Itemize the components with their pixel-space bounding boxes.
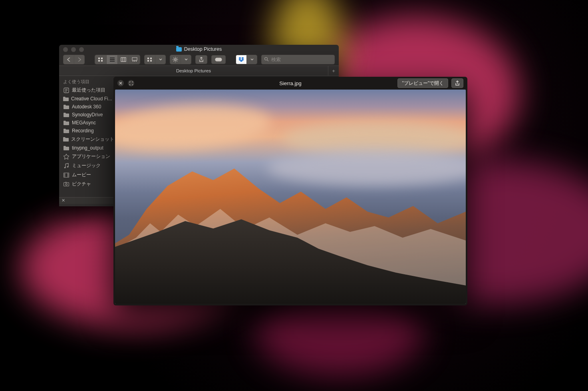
share-button[interactable] <box>195 55 207 64</box>
open-with-preview-label: "プレビュー"で開く <box>402 80 444 87</box>
sidebar-item-screenshots[interactable]: スクリーンショット <box>59 135 115 144</box>
forward-button[interactable] <box>74 55 84 64</box>
svg-point-39 <box>64 167 66 168</box>
quicklook-fullscreen-button[interactable] <box>128 80 134 86</box>
svg-marker-29 <box>241 57 244 59</box>
view-mode-segment <box>95 55 140 64</box>
list-view-button[interactable] <box>106 55 117 64</box>
svg-rect-48 <box>64 183 69 186</box>
pathbar-close-button[interactable]: ✕ <box>62 198 65 203</box>
sidebar-item-creative-cloud[interactable]: Creative Cloud Fi... <box>59 95 115 103</box>
quicklook-close-button[interactable] <box>117 80 124 86</box>
new-tab-button[interactable]: ＋ <box>328 66 339 76</box>
svg-point-18 <box>175 59 176 60</box>
gallery-view-button[interactable] <box>129 55 140 64</box>
svg-rect-2 <box>98 60 100 62</box>
svg-rect-15 <box>150 58 152 59</box>
sidebar-item-recording[interactable]: Recording <box>59 127 115 135</box>
applications-icon <box>63 154 70 160</box>
sidebar-item-label: ピクチャ <box>72 181 91 188</box>
icon-view-button[interactable] <box>95 55 106 64</box>
sidebar-item-movies[interactable]: ムービー <box>59 170 115 180</box>
music-icon <box>63 163 70 169</box>
finder-tabbar: Desktop Pictures ＋ <box>59 66 339 76</box>
finder-sidebar: よく使う項目 最近使った項目 Creative Cloud Fi... Auto… <box>59 76 115 206</box>
svg-rect-3 <box>101 60 103 62</box>
search-field[interactable] <box>261 55 335 64</box>
dropbox-chevron[interactable] <box>246 55 257 64</box>
folder-icon <box>63 97 69 101</box>
window-title: Desktop Pictures <box>176 46 222 52</box>
svg-rect-10 <box>132 58 137 60</box>
folder-icon <box>63 113 70 117</box>
quicklook-window-controls <box>117 80 134 86</box>
sidebar-item-tinypng-output[interactable]: tinypng_output <box>59 144 115 152</box>
svg-rect-50 <box>66 182 67 183</box>
finder-titlebar[interactable]: Desktop Pictures <box>59 45 339 54</box>
window-controls <box>63 47 84 52</box>
svg-rect-16 <box>147 60 149 62</box>
svg-rect-13 <box>136 61 137 62</box>
action-chevron[interactable] <box>181 55 191 64</box>
back-button[interactable] <box>64 55 74 64</box>
quicklook-titlebar[interactable]: Sierra.jpg "プレビュー"で開く <box>113 77 467 90</box>
arrange-button[interactable] <box>145 55 155 64</box>
folder-icon <box>176 47 182 52</box>
search-icon <box>264 57 269 63</box>
svg-rect-7 <box>121 58 126 62</box>
svg-point-49 <box>66 184 68 186</box>
dropbox-menu[interactable] <box>236 55 257 64</box>
action-gear-button[interactable] <box>170 55 181 64</box>
sidebar-item-pictures[interactable]: ピクチャ <box>59 180 115 189</box>
tags-button[interactable] <box>211 55 226 64</box>
sidebar-item-label: Autodesk 360 <box>72 104 101 110</box>
folder-icon <box>63 105 70 109</box>
svg-line-23 <box>173 58 174 58</box>
svg-line-25 <box>177 58 177 58</box>
svg-rect-14 <box>147 58 149 59</box>
svg-rect-41 <box>64 173 69 177</box>
finder-tab[interactable]: Desktop Pictures <box>59 68 328 73</box>
sidebar-item-label: Recording <box>72 128 94 134</box>
dropbox-button[interactable] <box>236 55 246 64</box>
svg-point-33 <box>265 57 268 60</box>
minimize-button[interactable] <box>71 47 76 52</box>
sidebar-item-applications[interactable]: アプリケーション <box>59 152 115 161</box>
movie-icon <box>63 173 70 178</box>
arrange-menu[interactable] <box>144 55 166 64</box>
finder-toolbar <box>59 54 339 66</box>
sidebar-item-label: Creative Cloud Fi... <box>71 96 112 102</box>
close-button[interactable] <box>63 47 68 52</box>
search-input[interactable] <box>270 56 332 63</box>
svg-rect-11 <box>133 61 133 62</box>
svg-rect-0 <box>98 58 100 59</box>
sidebar-item-label: スクリーンショット <box>71 136 114 143</box>
quicklook-share-button[interactable] <box>451 78 463 88</box>
folder-icon <box>63 137 69 142</box>
svg-line-24 <box>177 61 177 62</box>
sidebar-item-label: アプリケーション <box>72 153 110 160</box>
zoom-button[interactable] <box>79 47 84 52</box>
folder-icon <box>63 146 70 150</box>
sidebar-item-label: tinypng_output <box>72 145 103 151</box>
svg-rect-1 <box>101 58 103 59</box>
sidebar-item-music[interactable]: ミュージック <box>59 161 115 170</box>
sidebar-item-label: SynologyDrive <box>72 112 103 118</box>
svg-rect-27 <box>215 58 222 62</box>
sidebar-item-autodesk360[interactable]: Autodesk 360 <box>59 103 115 111</box>
sidebar-item-label: MEGAsync <box>72 120 96 126</box>
column-view-button[interactable] <box>117 55 129 64</box>
sidebar-item-synologydrive[interactable]: SynologyDrive <box>59 111 115 119</box>
window-title-text: Desktop Pictures <box>184 46 222 52</box>
sidebar-item-megasync[interactable]: MEGAsync <box>59 119 115 127</box>
open-with-preview-button[interactable]: "プレビュー"で開く <box>397 78 448 88</box>
svg-rect-12 <box>134 61 135 62</box>
arrange-chevron[interactable] <box>155 55 165 64</box>
quicklook-window[interactable]: Sierra.jpg "プレビュー"で開く <box>113 77 467 305</box>
sidebar-item-recents[interactable]: 最近使った項目 <box>59 86 115 95</box>
pictures-icon <box>63 182 70 186</box>
action-menu[interactable] <box>170 55 191 64</box>
sidebar-item-label: ミュージック <box>72 162 101 169</box>
nav-buttons <box>63 55 85 64</box>
recent-icon <box>63 88 70 93</box>
